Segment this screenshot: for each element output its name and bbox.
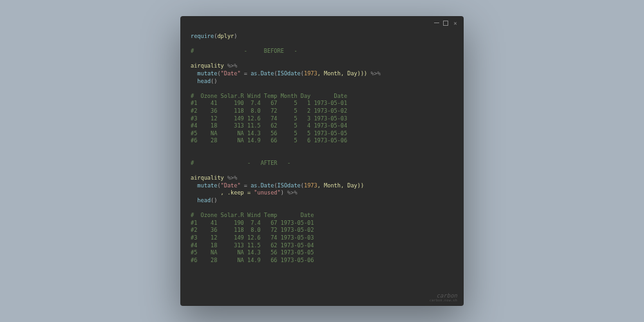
code-token: airquality [191, 175, 224, 181]
code-token: %>% [287, 189, 298, 196]
code-token: () [211, 78, 217, 84]
code-token: as.Date [251, 70, 274, 77]
code-token: require [191, 33, 214, 39]
maximize-icon[interactable] [443, 21, 448, 26]
code-comment: # - BEFORE - [191, 48, 298, 54]
code-token: = [241, 70, 251, 77]
watermark-sub: carbon.now.sh [430, 299, 457, 302]
code-token: mutate [197, 182, 217, 189]
titlebar [180, 16, 464, 30]
code-token: ISOdate [278, 70, 301, 77]
code-token: mutate [197, 70, 217, 77]
watermark: carbon carbon.now.sh [430, 293, 457, 302]
code-output: # Ozone Solar.R Wind Temp Month Day Date… [191, 93, 347, 144]
code-token: ) [281, 189, 287, 196]
code-token: airquality [191, 62, 224, 69]
code-token: ISOdate [278, 182, 301, 189]
close-icon[interactable] [452, 20, 459, 26]
code-token: "Date" [221, 182, 241, 189]
code-window: require(dplyr) # - BEFORE - airquality %… [180, 16, 464, 306]
code-comment: # - AFTER - [191, 160, 290, 166]
code-token: ) [234, 33, 237, 39]
code-token: head [197, 78, 211, 84]
code-token: "Date" [221, 70, 241, 77]
code-token: 1973 [304, 70, 317, 77]
code-token: = [241, 182, 251, 189]
code-token: %>% [370, 70, 381, 77]
code-token: , Month, Day))) [317, 70, 368, 77]
code-token: %>% [227, 175, 238, 181]
code-token: head [197, 197, 211, 204]
code-token: , .keep = [191, 189, 254, 196]
minimize-icon[interactable] [434, 23, 439, 23]
code-output: # Ozone Solar.R Wind Temp Date #1 41 190… [191, 212, 314, 263]
code-token: "unused" [254, 189, 280, 196]
code-token: dplyr [217, 33, 234, 39]
code-token: () [211, 197, 217, 204]
code-block: require(dplyr) # - BEFORE - airquality %… [180, 30, 464, 306]
code-token: 1973 [304, 182, 317, 189]
code-token: %>% [227, 62, 238, 69]
code-token: , Month, Day)) [317, 182, 364, 189]
code-token: as.Date [251, 182, 274, 189]
